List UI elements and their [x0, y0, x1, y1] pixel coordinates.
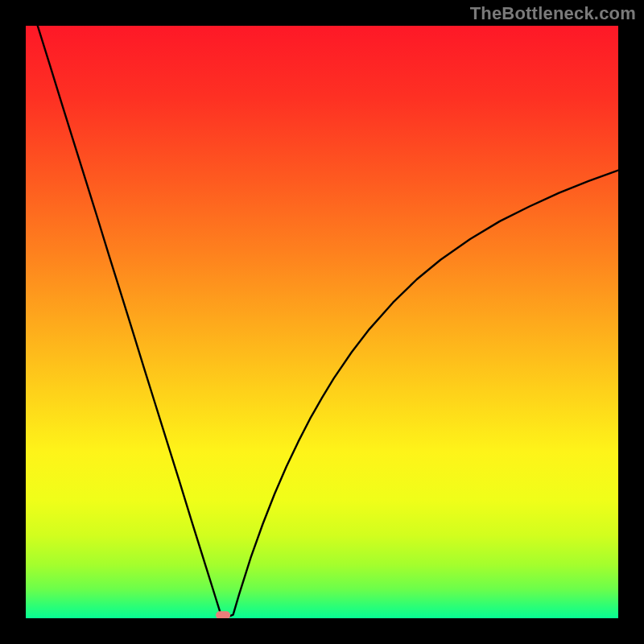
svg-rect-0 — [26, 26, 618, 618]
chart-frame: TheBottleneck.com — [0, 0, 644, 644]
background-gradient — [26, 26, 618, 618]
plot-area — [26, 26, 618, 618]
watermark-text: TheBottleneck.com — [470, 3, 636, 24]
